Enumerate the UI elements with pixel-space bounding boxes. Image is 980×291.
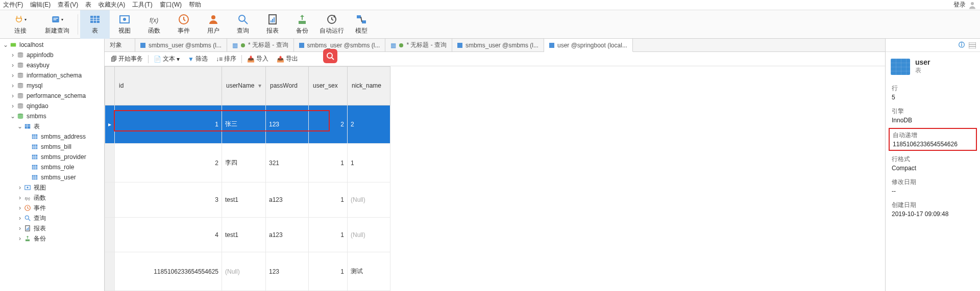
data-cell[interactable]: 2 [309, 105, 348, 144]
toolbar-model-button[interactable]: 模型 [347, 10, 376, 39]
tree-node[interactable]: ›f(x)函数 [0, 193, 104, 203]
data-cell[interactable]: (Null) [348, 217, 390, 252]
tree-node[interactable]: ›备份 [0, 233, 104, 244]
tab[interactable]: smbms_user @smbms (l... [135, 39, 227, 51]
data-row[interactable]: 1185106233654554625(Null)1231测试 [105, 252, 390, 291]
tab[interactable]: smbms_user @smbms (l... [452, 39, 544, 51]
tree-twisty[interactable]: › [9, 92, 16, 99]
toolbar-table-button[interactable]: 表 [80, 10, 110, 39]
data-cell[interactable]: 2 [348, 105, 390, 144]
menu-item[interactable]: 收藏夹(A) [99, 1, 125, 9]
tree-node[interactable]: ⌄localhost [0, 40, 104, 50]
data-cell[interactable]: 李四 [222, 144, 266, 182]
column-header[interactable]: nick_name [348, 67, 390, 105]
tree-twisty[interactable]: › [16, 235, 23, 242]
tree-node[interactable]: ⌄smbms [0, 111, 104, 121]
tree-node[interactable]: ›报表 [0, 223, 104, 233]
data-cell[interactable]: test1 [222, 217, 266, 252]
data-cell[interactable]: a123 [266, 182, 309, 217]
login-button[interactable]: 登录 [953, 1, 977, 10]
data-grid[interactable]: iduserName ▾passWorduser_sexnick_name▸1张… [105, 66, 390, 291]
tab[interactable]: smbms_user @smbms (l... [294, 39, 386, 51]
toolbar-fx-button[interactable]: f(x)函数 [139, 10, 169, 39]
data-cell[interactable]: 321 [266, 144, 309, 182]
toolbar-search-button[interactable]: 查询 [228, 10, 258, 39]
tree-twisty[interactable]: › [9, 82, 16, 89]
tab[interactable]: 对象 [105, 39, 135, 51]
menu-item[interactable]: 工具(T) [132, 1, 152, 9]
tree-node[interactable]: ›事件 [0, 203, 104, 213]
tree-node[interactable]: smbms_provider [0, 152, 104, 162]
toolbar-clock-button[interactable]: 事件 [169, 10, 199, 39]
tree-twisty[interactable]: ⌄ [9, 113, 16, 120]
tab[interactable]: user @springboot (local... [544, 39, 633, 52]
data-cell[interactable]: 1185106233654554625 [115, 252, 222, 291]
import-button[interactable]: 📥 导入 [244, 54, 272, 64]
tree-node[interactable]: smbms_role [0, 162, 104, 172]
tree-node[interactable]: ›查询 [0, 213, 104, 223]
text-button[interactable]: 📄 文本 ▾ [151, 54, 183, 64]
menu-item[interactable]: 窗口(W) [160, 1, 182, 9]
row-selector[interactable] [105, 144, 115, 182]
data-cell[interactable]: 123 [266, 105, 309, 144]
tab[interactable]: ▦* 无标题 - 查询 [385, 39, 452, 51]
tree-twisty[interactable]: › [16, 184, 23, 191]
menu-item[interactable]: 帮助 [189, 1, 201, 9]
toolbar-query-button[interactable]: ▾新建查询 [39, 10, 76, 39]
tree-node[interactable]: smbms_address [0, 131, 104, 142]
data-cell[interactable]: 3 [115, 182, 222, 217]
data-row[interactable]: 2李四32111 [105, 144, 390, 182]
tree-node[interactable]: smbms_bill [0, 142, 104, 152]
data-cell[interactable]: 4 [115, 217, 222, 252]
info-icon[interactable]: ⓘ [959, 41, 965, 49]
tree-twisty[interactable]: › [9, 62, 16, 69]
data-row[interactable]: 4test1a1231(Null) [105, 217, 390, 252]
data-row[interactable]: 3test1a1231(Null) [105, 182, 390, 217]
toolbar-report-button[interactable]: 报表 [258, 10, 287, 39]
filter-button[interactable]: ▼ 筛选 [185, 54, 211, 64]
tab[interactable]: ▦* 无标题 - 查询 [227, 39, 294, 51]
grid-icon[interactable] [969, 42, 976, 48]
export-button[interactable]: 📤 导出 [274, 54, 301, 64]
row-selector[interactable]: ▸ [105, 105, 115, 144]
column-header[interactable]: id [115, 67, 222, 105]
toolbar-user-button[interactable]: 用户 [199, 10, 228, 39]
toolbar-view-button[interactable]: 视图 [110, 10, 139, 39]
tree-node[interactable]: ›视图 [0, 182, 104, 193]
toolbar-auto-button[interactable]: 自动运行 [317, 10, 347, 39]
data-cell[interactable]: 2 [115, 144, 222, 182]
menu-item[interactable]: 编辑(E) [30, 1, 51, 9]
row-selector[interactable] [105, 252, 115, 291]
row-selector[interactable] [105, 217, 115, 252]
toolbar-backup-button[interactable]: 备份 [287, 10, 317, 39]
tree-twisty[interactable]: ⌄ [2, 41, 9, 48]
tree-node[interactable]: ›qingdao [0, 101, 104, 111]
tree-twisty[interactable]: › [9, 72, 16, 79]
begin-transaction-button[interactable]: 🗐 开始事务 [108, 54, 146, 64]
tree-node[interactable]: ›easybuy [0, 60, 104, 70]
tree-node[interactable]: ›mysql [0, 81, 104, 91]
tree-node[interactable]: ›information_schema [0, 70, 104, 81]
tree-twisty[interactable]: › [16, 204, 23, 211]
column-header[interactable]: userName ▾ [222, 67, 266, 105]
data-cell[interactable]: 1 [115, 105, 222, 144]
tree-twisty[interactable]: ⌄ [16, 123, 23, 130]
menu-item[interactable]: 查看(V) [58, 1, 78, 9]
toolbar-plug-button[interactable]: ▾连接 [2, 10, 39, 39]
row-selector[interactable] [105, 182, 115, 217]
tree-twisty[interactable]: › [9, 51, 16, 59]
data-cell[interactable]: 1 [309, 182, 348, 217]
data-cell[interactable]: 测试 [348, 252, 390, 291]
tree-node[interactable]: smbms_user [0, 172, 104, 182]
tree-node[interactable]: ⌄表 [0, 121, 104, 131]
tree-twisty[interactable]: › [16, 225, 23, 232]
data-cell[interactable]: 1 [348, 144, 390, 182]
tree-node[interactable]: ›appinfodb [0, 50, 104, 60]
menu-item[interactable]: 文件(F) [3, 1, 23, 9]
data-cell[interactable]: 1 [309, 217, 348, 252]
data-row[interactable]: ▸1张三12322 [105, 105, 390, 144]
menu-item[interactable]: 表 [85, 1, 91, 9]
data-cell[interactable]: 1 [309, 252, 348, 291]
tree-twisty[interactable]: › [16, 215, 23, 222]
tree-twisty[interactable]: › [16, 194, 23, 201]
